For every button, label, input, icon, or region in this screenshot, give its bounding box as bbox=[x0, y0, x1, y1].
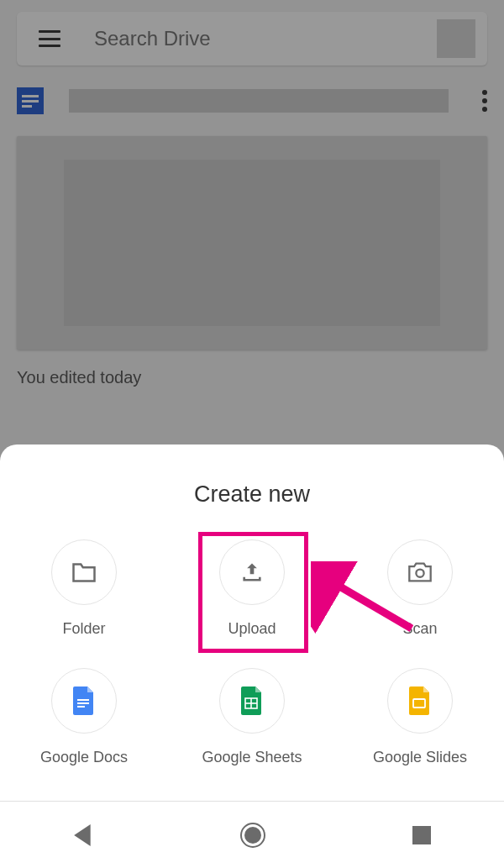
google-sheets-icon bbox=[219, 668, 285, 734]
create-docs-option[interactable]: Google Docs bbox=[0, 668, 168, 766]
create-scan-option[interactable]: Scan bbox=[336, 539, 504, 638]
create-upload-option[interactable]: Upload bbox=[168, 539, 336, 638]
upload-icon bbox=[219, 539, 285, 605]
svg-point-10 bbox=[244, 827, 261, 844]
create-options-grid: Folder Upload Scan Google bbox=[0, 539, 504, 766]
option-label: Upload bbox=[228, 620, 276, 638]
option-label: Google Slides bbox=[373, 749, 467, 766]
google-docs-icon bbox=[51, 668, 117, 734]
sheet-title: Create new bbox=[0, 481, 504, 508]
create-slides-option[interactable]: Google Slides bbox=[336, 668, 504, 766]
svg-rect-11 bbox=[412, 826, 431, 844]
camera-icon bbox=[387, 539, 453, 605]
svg-rect-3 bbox=[77, 706, 85, 708]
nav-recent-icon[interactable] bbox=[412, 826, 431, 844]
create-sheets-option[interactable]: Google Sheets bbox=[168, 668, 336, 766]
system-nav-bar bbox=[0, 801, 504, 868]
nav-back-icon[interactable] bbox=[73, 824, 93, 846]
svg-rect-2 bbox=[77, 702, 89, 704]
app-screen: Search Drive You edited today Create new… bbox=[0, 0, 504, 868]
svg-point-0 bbox=[416, 570, 423, 577]
folder-icon bbox=[51, 539, 117, 605]
option-label: Scan bbox=[402, 620, 437, 638]
create-new-sheet: Create new Folder Upload Sca bbox=[0, 445, 504, 801]
option-label: Google Docs bbox=[40, 749, 128, 766]
svg-rect-1 bbox=[77, 699, 89, 701]
create-folder-option[interactable]: Folder bbox=[0, 539, 168, 638]
google-slides-icon bbox=[387, 668, 453, 734]
nav-home-icon[interactable] bbox=[239, 822, 266, 849]
option-label: Google Sheets bbox=[202, 749, 302, 766]
option-label: Folder bbox=[62, 620, 105, 638]
